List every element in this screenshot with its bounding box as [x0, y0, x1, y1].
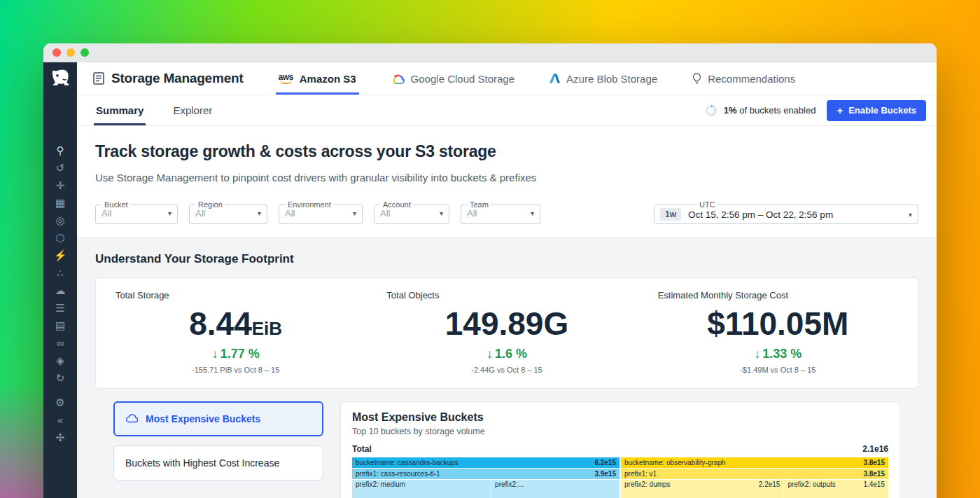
watchdog-icon[interactable]: ◎	[43, 212, 77, 229]
zoom-window-button[interactable]	[80, 48, 89, 57]
time-range-value: Oct 15, 2:56 pm – Oct 22, 2:56 pm	[688, 209, 909, 220]
minimize-window-button[interactable]	[66, 48, 75, 57]
tab-summary-label: Summary	[96, 104, 144, 116]
treemap-cell[interactable]: prefix2: medium	[352, 480, 491, 498]
treemap-cell[interactable]: prefix2:...	[491, 480, 620, 498]
metric-label: Total Objects	[386, 290, 626, 300]
treemap-cell[interactable]: prefix2: outputs 1.4e15	[784, 480, 888, 498]
metric-total-storage: Total Storage 8.44EiB ↓1.77 % -155.71 Pi…	[100, 290, 371, 374]
metric-comparison: -2.44G vs Oct 8 – 15	[386, 366, 626, 374]
more-icon[interactable]: ✣	[43, 429, 77, 446]
chevron-down-icon: ▾	[440, 209, 443, 217]
gcs-logo-icon	[391, 74, 405, 84]
time-preset-chip[interactable]: 1w	[660, 208, 681, 221]
region-filter-select[interactable]: Region All▾	[189, 201, 267, 224]
events-icon[interactable]: ⚡	[43, 247, 77, 264]
treemap-label: bucketname: cassandra-backups	[356, 459, 458, 466]
chevron-down-icon: ▾	[168, 209, 172, 217]
section-title: Understand Your Storage Footprint	[95, 252, 918, 266]
hero-subtitle: Use Storage Management to pinpoint cost …	[95, 172, 918, 184]
enable-buckets-button[interactable]: + Enable Buckets	[827, 100, 926, 121]
synthetics-icon[interactable]: ∞	[43, 334, 77, 352]
tab-amazon-s3[interactable]: aws Amazon S3	[276, 62, 359, 95]
pin-icon-glyph: ✛	[56, 179, 65, 192]
dashboards-icon[interactable]: ▦	[43, 194, 77, 212]
environment-filter-value: All	[285, 208, 295, 219]
tab-explorer[interactable]: Explorer	[171, 95, 214, 125]
environment-filter-select[interactable]: Environment All▾	[279, 201, 363, 224]
treemap-value: 3.9e15	[594, 470, 616, 478]
treemap-label: prefix2: dumps	[624, 480, 671, 498]
tab-amazon-s3-label: Amazon S3	[300, 73, 356, 85]
tab-explorer-label: Explorer	[173, 104, 212, 116]
time-range-picker[interactable]: UTC 1w Oct 15, 2:56 pm – Oct 22, 2:56 pm…	[654, 201, 918, 224]
tab-google-cloud-storage[interactable]: Google Cloud Storage	[388, 62, 517, 95]
metric-monthly-cost: Estimated Monthly Storage Cost $110.05M …	[643, 290, 913, 374]
treemap-label: prefix1: cass-resources-tl-1	[356, 470, 440, 478]
hero-section: Track storage growth & costs across your…	[77, 126, 937, 201]
search-icon[interactable]: ⚲	[43, 141, 77, 159]
buckets-enabled-status: 1% of buckets enabled	[724, 105, 816, 116]
org-icon[interactable]: «	[43, 411, 77, 429]
provider-tabs: aws Amazon S3 Goo	[276, 62, 828, 95]
treemap-prefix2-cells: prefix2: medium prefix2:...	[352, 480, 620, 498]
tab-recommendations[interactable]: Recommendations	[690, 62, 798, 95]
security-icon[interactable]: ◈	[43, 352, 77, 369]
buckets-treemap: bucketname: cassandra-backups 6.2e15 pre…	[352, 457, 888, 498]
infrastructure-icon[interactable]: ☁	[43, 282, 77, 299]
software-catalog-icon[interactable]: ▤	[43, 317, 77, 334]
metric-unit: EiB	[252, 318, 282, 339]
option-most-expensive-buckets[interactable]: Most Expensive Buckets	[113, 401, 323, 436]
treemap-label: prefix1: v1	[624, 470, 657, 478]
treemap-prefix1-row[interactable]: prefix1: cass-resources-tl-1 3.9e15	[352, 469, 620, 479]
treemap-value: 6.2e15	[594, 459, 616, 466]
down-arrow-icon: ↓	[754, 347, 760, 361]
pin-icon[interactable]: ✛	[43, 177, 77, 194]
integrations-icon-glyph: ⬡	[55, 232, 64, 244]
region-filter-value: All	[195, 208, 205, 219]
bucket-view-options: Most Expensive Buckets Buckets with High…	[113, 401, 323, 498]
ci-icon-glyph: ↻	[56, 372, 65, 385]
tab-azure-blob-storage-label: Azure Blob Storage	[566, 73, 657, 85]
close-window-button[interactable]	[52, 48, 61, 57]
chevron-down-icon: ▾	[531, 209, 534, 217]
integrations-icon[interactable]: ⬡	[43, 229, 77, 247]
security-icon-glyph: ◈	[56, 354, 64, 367]
storage-footprint-section: Understand Your Storage Footprint Total …	[77, 237, 937, 498]
metric-label: Total Storage	[115, 290, 356, 300]
logs-icon[interactable]: ☰	[43, 299, 77, 317]
bucket-filter-select[interactable]: Bucket All▾	[95, 201, 178, 224]
treemap-cell[interactable]: prefix2: dumps 2.2e15	[621, 480, 783, 498]
option-label: Buckets with Highest Cost Increase	[125, 457, 279, 469]
lightbulb-icon	[692, 73, 701, 85]
buckets-enabled-percent: 1%	[724, 105, 737, 116]
treemap-total-value: 2.1e16	[862, 444, 888, 454]
treemap-total-label: Total	[352, 444, 372, 454]
chevron-down-icon: ▾	[909, 211, 912, 219]
treemap-bucket-header[interactable]: bucketname: cassandra-backups 6.2e15	[352, 457, 620, 468]
treemap-value: 3.8e15	[863, 459, 885, 466]
chevron-down-icon: ▾	[258, 209, 261, 217]
treemap-bucket-header[interactable]: bucketname: observability-graph 3.8e15	[621, 457, 888, 468]
settings-gear-icon[interactable]: ⚙	[43, 394, 77, 411]
apm-icon[interactable]: ∴	[43, 264, 77, 282]
option-highest-cost-increase[interactable]: Buckets with Highest Cost Increase	[113, 445, 323, 480]
tab-summary[interactable]: Summary	[94, 95, 146, 125]
team-filter-value: All	[467, 208, 477, 219]
treemap-bucket-cassandra-backups: bucketname: cassandra-backups 6.2e15 pre…	[352, 457, 620, 498]
team-filter-select[interactable]: Team All▾	[461, 201, 540, 224]
history-icon[interactable]: ↺	[43, 159, 77, 177]
metric-value: $110.05M	[658, 307, 898, 340]
metric-label: Estimated Monthly Storage Cost	[658, 290, 898, 300]
timezone-label: UTC	[696, 201, 718, 209]
app-window: ⚲ ↺ ✛ ▦ ◎ ⬡ ⚡ ∴ ☁ ☰ ▤ ∞ ◈ ↻ ⚙ « ✣	[43, 43, 937, 498]
treemap-prefix1-row[interactable]: prefix1: v1 3.8e15	[621, 469, 888, 479]
nav-icon-list: ⚲ ↺ ✛ ▦ ◎ ⬡ ⚡ ∴ ☁ ☰ ▤ ∞ ◈ ↻ ⚙ « ✣	[43, 141, 77, 446]
watchdog-icon-glyph: ◎	[55, 214, 64, 227]
metric-value: 149.89G	[386, 307, 626, 340]
tab-azure-blob-storage[interactable]: Azure Blob Storage	[547, 62, 660, 95]
ci-icon[interactable]: ↻	[43, 369, 77, 387]
apm-icon-glyph: ∴	[57, 267, 64, 279]
datadog-logo[interactable]	[48, 67, 72, 91]
account-filter-select[interactable]: Account All▾	[374, 201, 449, 224]
